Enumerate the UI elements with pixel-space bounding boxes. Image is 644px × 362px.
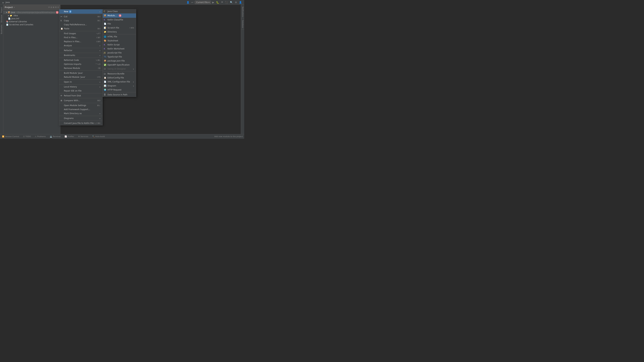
menu-convert-label: Convert Java File to Kotlin File bbox=[64, 122, 94, 124]
menu-item-local-history[interactable]: Local History ▸ bbox=[59, 85, 102, 89]
right-tab-notifications[interactable]: Notifications bbox=[241, 5, 244, 19]
submenu-data-source[interactable]: 🗄 Data Source in Path bbox=[103, 93, 136, 97]
terminal-label: Terminal bbox=[53, 135, 61, 138]
submenu-file[interactable]: 📄 File bbox=[103, 22, 136, 26]
sub-separator-3 bbox=[103, 92, 136, 92]
run-config[interactable]: Current File ▾ bbox=[195, 1, 211, 4]
search-icon[interactable]: 🔍 bbox=[230, 1, 233, 4]
submenu-module[interactable]: 📦 Module... 3 bbox=[103, 13, 136, 18]
menu-item-refactor[interactable]: Refactor ▸ bbox=[59, 48, 102, 52]
status-message: Add new module to the project bbox=[214, 135, 243, 138]
debug-icon[interactable]: 🐛 bbox=[216, 1, 219, 4]
avatar-icon[interactable]: 👤 bbox=[239, 1, 242, 4]
tree-root-java[interactable]: ▾ 📦 java ~/Documents/projects/java/ittim… bbox=[3, 11, 60, 14]
menu-item-reload[interactable]: ⟳ Reload from Disk bbox=[59, 94, 102, 98]
submenu-resource-bundle[interactable]: 🗂 Resource Bundle bbox=[103, 72, 136, 76]
tree-idea[interactable]: ▸ 📁 .idea bbox=[3, 14, 60, 17]
submenu-diagram[interactable]: 📊 Diagram ▸ bbox=[103, 84, 136, 88]
play-icon[interactable]: ▶ bbox=[212, 1, 214, 4]
submenu-openapi-label: OpenAPI Specification bbox=[108, 64, 130, 66]
tree-external-libs[interactable]: 📚 External Libraries bbox=[3, 20, 60, 23]
gear-icon[interactable]: ⚙ bbox=[55, 6, 57, 8]
menu-item-new[interactable]: New 2 ▸ bbox=[59, 9, 102, 14]
submenu-js-label: JavaScript File bbox=[108, 52, 122, 54]
arrow-icon: ▸ bbox=[100, 11, 100, 12]
collapse-icon[interactable]: ⊟ bbox=[50, 6, 52, 8]
menu-item-copy[interactable]: ⎘ Copy ⌘C bbox=[59, 18, 102, 23]
ext-libs-label: External Libraries bbox=[9, 20, 27, 23]
menu-item-mark-directory[interactable]: Mark Directory as ▸ bbox=[59, 111, 102, 115]
sidebar-item-project[interactable]: Project bbox=[0, 6, 3, 14]
menu-item-analyze[interactable]: Analyze ▸ bbox=[59, 43, 102, 48]
left-icon-panel: Project Structure Bookmarks bbox=[0, 5, 3, 134]
tree-java-iml[interactable]: 📄 java.iml bbox=[3, 17, 60, 20]
tree-scratches[interactable]: 🗒️ Scratches and Consoles bbox=[3, 23, 60, 26]
submenu-kotlin-class[interactable]: K Kotlin Class/File bbox=[103, 18, 136, 22]
right-tab-database[interactable]: Database bbox=[241, 19, 244, 30]
menu-item-cut[interactable]: ✂ Cut ⌘X bbox=[59, 14, 102, 18]
submenu-directory[interactable]: 📁 Directory bbox=[103, 30, 136, 34]
menu-item-convert[interactable]: Convert Java File to Kotlin File ⌥⇧⌘K bbox=[59, 121, 102, 125]
menu-item-compare[interactable]: ⊞ Compare With... ⌘D bbox=[59, 98, 102, 103]
bottom-tab-autobuild[interactable]: 🔨 Auto-build bbox=[92, 135, 106, 138]
menu-item-add-framework[interactable]: Add Framework Support... bbox=[59, 107, 102, 111]
html-icon: 🌐 bbox=[104, 35, 106, 38]
bottom-bar: 🔀 Version Control ☑ TODO ⚠ Problems 💻 Te… bbox=[0, 134, 244, 139]
submenu-xml-config[interactable]: 📄 XML Configuration File ▸ bbox=[103, 80, 136, 84]
profile-icon[interactable]: 👤 bbox=[186, 1, 190, 4]
sync-icon[interactable]: ⟳ bbox=[48, 6, 50, 8]
menu-item-paste[interactable]: 📋 Paste ⌘V bbox=[59, 27, 102, 31]
java-iml-label: java.iml bbox=[11, 17, 19, 20]
close-icon[interactable]: ✕ bbox=[57, 6, 59, 8]
separator-13 bbox=[59, 121, 102, 121]
menu-item-find-usages[interactable]: Find Usages ⌥F7 bbox=[59, 31, 102, 35]
menu-item-build[interactable]: Build Module 'java' bbox=[59, 71, 102, 75]
submenu-http-request[interactable]: 🌍 HTTP Request bbox=[103, 88, 136, 92]
expand-icon[interactable]: ⊞ bbox=[53, 6, 54, 8]
revert-icon[interactable]: ↩ bbox=[191, 1, 194, 4]
bottom-tab-terminal[interactable]: 💻 Terminal bbox=[49, 135, 62, 138]
submenu-data-source-label: Data Source in Path bbox=[108, 93, 128, 96]
bottom-tab-todo[interactable]: ☑ TODO bbox=[22, 135, 32, 138]
submenu-ts-file[interactable]: TS TypeScript File bbox=[103, 55, 136, 59]
submenu-scratch-file[interactable]: 📝 Scratch File ⇧⌘N bbox=[103, 26, 136, 30]
menu-item-rebuild[interactable]: Rebuild Module 'java' ⇧F9 bbox=[59, 75, 102, 79]
submenu-openapi[interactable]: ✅ OpenAPI Specification bbox=[103, 63, 136, 67]
bottom-tab-services[interactable]: ⚙ Services bbox=[78, 135, 89, 138]
submenu-kotlin-worksheet[interactable]: K Kotlin Worksheet bbox=[103, 47, 136, 51]
submenu-js-file[interactable]: JS JavaScript File bbox=[103, 51, 136, 55]
stop-icon[interactable]: ⬛ bbox=[225, 1, 228, 4]
bottom-tab-problems[interactable]: ⚠ Problems bbox=[34, 135, 46, 138]
submenu-java-class-label: Java Class bbox=[108, 10, 118, 12]
submenu-resource-bundle-label: Resource Bundle bbox=[108, 72, 124, 75]
submenu-editorconfig[interactable]: 📋 EditorConfig File bbox=[103, 76, 136, 80]
separator-10 bbox=[59, 98, 102, 98]
submenu-kotlin-script[interactable]: K Kotlin Script bbox=[103, 43, 136, 47]
problems-icon: ⚠ bbox=[35, 135, 36, 138]
menu-item-reformat[interactable]: Reformat Code ⌥⌘L bbox=[59, 58, 102, 62]
menu-item-repair-ide[interactable]: Repair IDE on File bbox=[59, 89, 102, 93]
bottom-tab-version-control[interactable]: 🔀 Version Control bbox=[1, 135, 20, 138]
sidebar-item-structure[interactable]: Structure bbox=[0, 14, 3, 24]
submenu-java-class[interactable]: C Java Class bbox=[103, 9, 136, 13]
menu-item-module-settings[interactable]: Open Module Settings ⌘↓ bbox=[59, 103, 102, 107]
submenu-stylesheet[interactable]: 🎨 Stylesheet bbox=[103, 39, 136, 43]
submenu-html-file[interactable]: 🌐 HTML File bbox=[103, 35, 136, 39]
submenu-kotlin-script-label: Kotlin Script bbox=[108, 43, 120, 46]
menu-item-remove-module[interactable]: Remove Module ⌫ bbox=[59, 66, 102, 70]
menu-item-replace-files[interactable]: Replace in Files... ⇧⌘R bbox=[59, 39, 102, 43]
menu-item-copy-path[interactable]: Copy Path/Reference... bbox=[59, 23, 102, 27]
coverage-icon[interactable]: ☂ bbox=[221, 1, 224, 4]
bottom-tab-profiler[interactable]: 📈 Profiler bbox=[64, 135, 75, 138]
menu-new-label: New bbox=[64, 10, 68, 13]
menu-item-bookmarks[interactable]: Bookmarks ▸ bbox=[59, 53, 102, 57]
cut-shortcut: ⌘X bbox=[97, 15, 100, 18]
sidebar-item-bookmarks[interactable]: Bookmarks bbox=[0, 24, 3, 35]
submenu-package-json[interactable]: 📦 package.json File bbox=[103, 59, 136, 63]
settings-icon[interactable]: ⚙ bbox=[234, 1, 237, 4]
menu-item-diagrams[interactable]: Diagrams ▸ bbox=[59, 116, 102, 120]
menu-item-open-in[interactable]: Open In ▸ bbox=[59, 80, 102, 84]
submenu-xml-config-label: XML Configuration File bbox=[108, 81, 130, 83]
menu-item-find-files[interactable]: Find in Files... ⇧⌘F bbox=[59, 35, 102, 39]
menu-item-optimize[interactable]: Optimize Imports ^⌥O bbox=[59, 62, 102, 66]
